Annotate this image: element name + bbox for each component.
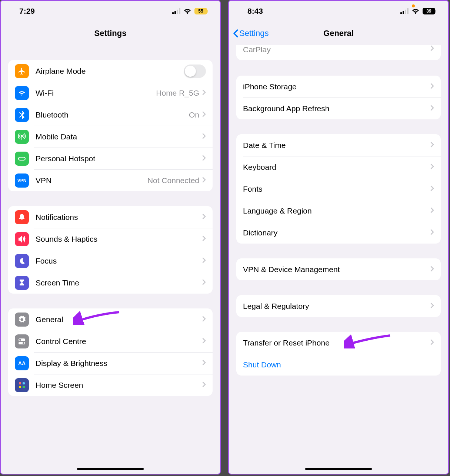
back-button[interactable]: Settings [233, 29, 269, 38]
mobile-data-row[interactable]: Mobile Data [8, 126, 213, 148]
chevron-right-icon [202, 316, 206, 323]
fonts-row[interactable]: Fonts [236, 178, 441, 200]
chevron-right-icon [202, 381, 206, 389]
home-screen-label: Home Screen [36, 381, 202, 390]
transfer-reset-row[interactable]: Transfer or Reset iPhone [236, 332, 441, 354]
vpn-value: Not Connected [147, 176, 199, 185]
storage-group: iPhone Storage Background App Refresh [236, 76, 441, 119]
hotspot-label: Personal Hotspot [36, 154, 202, 163]
chevron-right-icon [202, 133, 206, 141]
chevron-right-icon [430, 83, 434, 90]
notifications-group: Notifications Sounds & Haptics Focus Scr… [8, 206, 213, 294]
display-row[interactable]: AA Display & Brightness [8, 352, 213, 374]
chevron-right-icon [202, 279, 206, 287]
focus-label: Focus [36, 257, 202, 265]
battery-icon: 39 [423, 8, 435, 14]
battery-icon: 55 [194, 8, 207, 14]
wifi-icon [183, 8, 191, 14]
vpn-label: VPN [36, 176, 147, 185]
control-centre-label: Control Centre [36, 337, 202, 346]
chevron-right-icon [430, 185, 434, 193]
legal-group: Legal & Regulatory [236, 295, 441, 317]
bluetooth-label: Bluetooth [36, 110, 189, 119]
chevron-right-icon [430, 229, 434, 237]
airplane-mode-row[interactable]: Airplane Mode [8, 60, 213, 82]
partial-group: CarPlay [236, 45, 441, 60]
carplay-row[interactable]: CarPlay [236, 45, 441, 60]
chevron-right-icon [202, 338, 206, 345]
chevron-right-icon [202, 89, 206, 97]
vpn-row[interactable]: VPN VPN Not Connected [8, 169, 213, 191]
focus-row[interactable]: Focus [8, 250, 213, 272]
shutdown-label: Shut Down [243, 360, 434, 369]
datetime-row[interactable]: Date & Time [236, 134, 441, 156]
home-screen-row[interactable]: Home Screen [8, 374, 213, 396]
bg-refresh-row[interactable]: Background App Refresh [236, 97, 441, 119]
settings-screen: 7:29 55 Settings Airplane Mode Wi-Fi Hom… [0, 0, 221, 475]
page-title: Settings [94, 29, 127, 38]
mic-indicator-dot [412, 4, 415, 7]
general-screen: 8:43 39 Settings General CarPlay iPhone … [228, 0, 449, 475]
bluetooth-row[interactable]: Bluetooth On [8, 104, 213, 126]
bluetooth-icon [15, 108, 29, 122]
home-indicator[interactable] [305, 468, 372, 470]
wifi-row[interactable]: Wi-Fi Home R_5G [8, 82, 213, 104]
legal-row[interactable]: Legal & Regulatory [236, 295, 441, 317]
screen-time-row[interactable]: Screen Time [8, 272, 213, 294]
vpn-icon: VPN [15, 173, 29, 188]
text-size-icon: AA [15, 356, 29, 370]
control-centre-row[interactable]: Control Centre [8, 330, 213, 352]
moon-icon [15, 254, 29, 268]
chevron-right-icon [430, 163, 434, 171]
chevron-right-icon [430, 142, 434, 149]
vpn-mgmt-row[interactable]: VPN & Device Management [236, 258, 441, 280]
svg-rect-5 [23, 382, 25, 384]
general-row[interactable]: General [8, 308, 213, 330]
dictionary-row[interactable]: Dictionary [236, 222, 441, 244]
storage-label: iPhone Storage [243, 82, 430, 91]
antenna-icon [15, 130, 29, 144]
signal-icon [172, 8, 180, 14]
chevron-right-icon [430, 105, 434, 112]
language-row[interactable]: Language & Region [236, 200, 441, 222]
chevron-right-icon [430, 303, 434, 310]
display-label: Display & Brightness [36, 359, 202, 368]
svg-rect-4 [19, 382, 21, 384]
mobile-data-label: Mobile Data [36, 132, 202, 141]
svg-rect-6 [19, 386, 21, 388]
keyboard-row[interactable]: Keyboard [236, 156, 441, 178]
general-list: CarPlay iPhone Storage Background App Re… [229, 45, 448, 376]
chevron-right-icon [430, 339, 434, 347]
notifications-row[interactable]: Notifications [8, 206, 213, 228]
chevron-right-icon [430, 207, 434, 215]
chevron-right-icon [202, 360, 206, 367]
bg-refresh-label: Background App Refresh [243, 104, 430, 113]
hotspot-row[interactable]: Personal Hotspot [8, 148, 213, 169]
status-time: 7:29 [19, 7, 35, 16]
home-indicator[interactable] [77, 468, 144, 470]
general-label: General [36, 315, 202, 324]
dictionary-label: Dictionary [243, 228, 430, 237]
chevron-right-icon [202, 177, 206, 184]
general-group: General Control Centre AA Display & Brig… [8, 308, 213, 396]
hourglass-icon [15, 276, 29, 290]
chevron-right-icon [202, 155, 206, 162]
toggles-icon [15, 334, 29, 348]
carplay-label: CarPlay [243, 45, 430, 54]
svg-rect-7 [23, 386, 25, 388]
settings-list: Airplane Mode Wi-Fi Home R_5G Bluetooth … [1, 45, 220, 396]
nav-header: Settings General [229, 21, 448, 45]
notifications-label: Notifications [36, 213, 202, 222]
storage-row[interactable]: iPhone Storage [236, 76, 441, 97]
vpn-mgmt-label: VPN & Device Management [243, 265, 430, 274]
grid-icon [15, 378, 29, 392]
locale-group: Date & Time Keyboard Fonts Language & Re… [236, 134, 441, 244]
back-label: Settings [239, 29, 269, 38]
airplane-toggle[interactable] [184, 65, 206, 78]
bluetooth-value: On [189, 110, 199, 119]
speaker-icon [15, 232, 29, 246]
shutdown-row[interactable]: Shut Down [236, 354, 441, 376]
sounds-row[interactable]: Sounds & Haptics [8, 228, 213, 250]
svg-point-1 [19, 339, 21, 341]
sounds-label: Sounds & Haptics [36, 235, 202, 244]
